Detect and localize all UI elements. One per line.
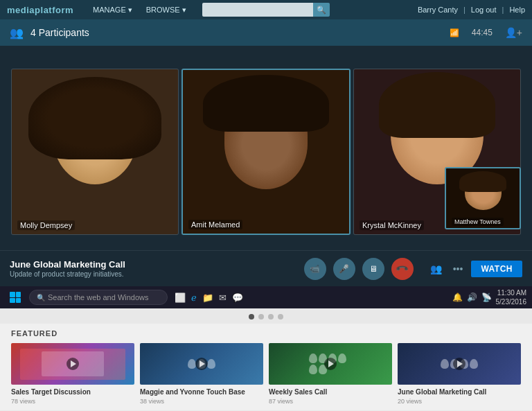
call-controls-center: 📹 🎤 🖥 📞 (304, 258, 414, 280)
featured-item-3[interactable]: June Global Marketing Call 20 views (398, 343, 521, 405)
participants-bar: 👥 4 Participants 📶 44:45 👤+ (0, 19, 532, 46)
dot-4[interactable] (278, 314, 283, 320)
video-tile-molly: Molly Dempsey (11, 69, 179, 235)
video-toggle-button[interactable]: 📹 (304, 258, 326, 280)
nav-username[interactable]: Barry Canty (418, 6, 458, 14)
video-name-matthew: Matthew Townes (452, 218, 504, 226)
call-title: June Global Marketing Call (10, 259, 290, 270)
explorer-icon[interactable]: 📁 (202, 292, 213, 303)
mail-icon[interactable]: ✉ (219, 292, 227, 303)
app-logo: mediaplatform (7, 5, 73, 15)
video-tile-amit: Amit Melamed (181, 69, 351, 235)
nav-search-container: 🔍 (202, 3, 330, 17)
video-name-molly: Molly Dempsey (17, 220, 75, 230)
chevron-down-icon: ▾ (128, 6, 132, 15)
featured-item-1[interactable]: Maggie and Yvonne Touch Base 38 views (140, 343, 263, 405)
nav-search-button[interactable]: 🔍 (313, 3, 330, 17)
task-view-icon[interactable]: ⬜ (175, 292, 186, 303)
featured-views-3: 20 views (398, 398, 521, 405)
featured-thumb-3 (398, 343, 521, 385)
dot-3[interactable] (268, 314, 274, 320)
nav-help[interactable]: Help (509, 6, 525, 14)
featured-views-0: 78 views (11, 398, 134, 405)
hangup-icon: 📞 (395, 261, 409, 276)
screen-icon: 🖥 (369, 264, 378, 274)
featured-thumb-2 (269, 343, 392, 385)
volume-icon[interactable]: 🔊 (467, 292, 477, 302)
video-icon: 📹 (310, 264, 320, 274)
taskbar-date-display: 5/23/2016 (496, 297, 527, 306)
taskbar-icons: ⬜ ℯ 📁 ✉ 💬 (175, 292, 243, 303)
taskbar-search-area[interactable]: 🔍 Search the web and Windows (29, 290, 168, 305)
featured-item-0[interactable]: Sales Target Discussion 78 views (11, 343, 134, 405)
network-icon[interactable]: 📡 (481, 292, 492, 302)
skype-icon[interactable]: 💬 (232, 292, 243, 303)
nav-browse[interactable]: BROWSE ▾ (141, 0, 192, 19)
call-controls-right: 👥 ••• WATCH (427, 261, 522, 277)
featured-item-2[interactable]: Weekly Sales Call 87 views (269, 343, 392, 405)
featured-name-3: June Global Marketing Call (398, 387, 521, 396)
taskbar-clock: 11:30 AM 5/23/2016 (496, 288, 527, 306)
nav-menu: MANAGE ▾ BROWSE ▾ (87, 0, 192, 19)
hangup-button[interactable]: 📞 (391, 258, 414, 280)
featured-name-1: Maggie and Yvonne Touch Base (140, 387, 263, 396)
mic-icon: 🎤 (339, 264, 349, 274)
featured-views-2: 87 views (269, 398, 392, 405)
taskbar: 🔍 Search the web and Windows ⬜ ℯ 📁 ✉ 💬 🔔… (0, 286, 532, 308)
nav-user-area: Barry Canty | Log out | Help (418, 6, 525, 14)
video-tile-matthew: Matthew Townes (445, 167, 521, 229)
pagination-dots (0, 308, 532, 324)
featured-grid: Sales Target Discussion 78 views Maggie … (11, 343, 521, 405)
add-person-icon[interactable]: 👤+ (505, 27, 522, 38)
call-subtitle: Update of product strategy initiatives. (10, 270, 290, 278)
call-controls-bar: June Global Marketing Call Update of pro… (0, 250, 532, 286)
participants-toggle-icon[interactable]: 👥 (427, 261, 445, 277)
start-button[interactable] (6, 288, 25, 307)
featured-section: FEATURED Sales Target Discussion 78 view… (0, 324, 532, 410)
video-name-amit: Amit Melamed (188, 220, 242, 229)
participants-count: 4 Participants (30, 27, 443, 38)
nav-logout[interactable]: Log out (471, 6, 497, 14)
search-icon: 🔍 (317, 6, 326, 15)
video-face-amit (183, 70, 349, 234)
mic-toggle-button[interactable]: 🎤 (333, 258, 355, 280)
search-icon: 🔍 (37, 294, 45, 301)
featured-views-1: 38 views (140, 398, 263, 405)
video-face-molly (12, 69, 178, 234)
featured-thumb-0 (11, 343, 134, 385)
dot-2[interactable] (258, 314, 264, 320)
call-timer: 44:45 (472, 28, 493, 37)
more-options-icon[interactable]: ••• (450, 261, 466, 277)
notification-icon[interactable]: 🔔 (452, 292, 463, 302)
windows-logo (10, 292, 21, 303)
video-area: Molly Dempsey Amit Melamed Krystal McKin… (0, 46, 532, 250)
featured-name-0: Sales Target Discussion (11, 387, 134, 396)
top-navigation: mediaplatform MANAGE ▾ BROWSE ▾ 🔍 Barry … (0, 0, 532, 19)
nav-manage[interactable]: MANAGE ▾ (87, 0, 138, 19)
featured-title: FEATURED (11, 329, 521, 338)
edge-icon[interactable]: ℯ (191, 292, 197, 303)
signal-icon: 📶 (450, 28, 459, 37)
chevron-down-icon: ▾ (182, 6, 186, 15)
taskbar-right: 🔔 🔊 📡 11:30 AM 5/23/2016 (452, 288, 527, 306)
call-title-area: June Global Marketing Call Update of pro… (10, 259, 290, 278)
taskbar-search-placeholder: Search the web and Windows (48, 293, 149, 301)
dot-1[interactable] (249, 314, 254, 320)
participants-icon: 👥 (10, 26, 24, 40)
nav-search-input[interactable] (202, 3, 313, 17)
screen-share-button[interactable]: 🖥 (362, 258, 384, 280)
watch-button[interactable]: WATCH (471, 261, 522, 277)
video-name-krystal: Krystal McKinney (360, 220, 424, 230)
featured-thumb-1 (140, 343, 263, 385)
featured-name-2: Weekly Sales Call (269, 387, 392, 396)
taskbar-time-display: 11:30 AM (496, 288, 527, 297)
